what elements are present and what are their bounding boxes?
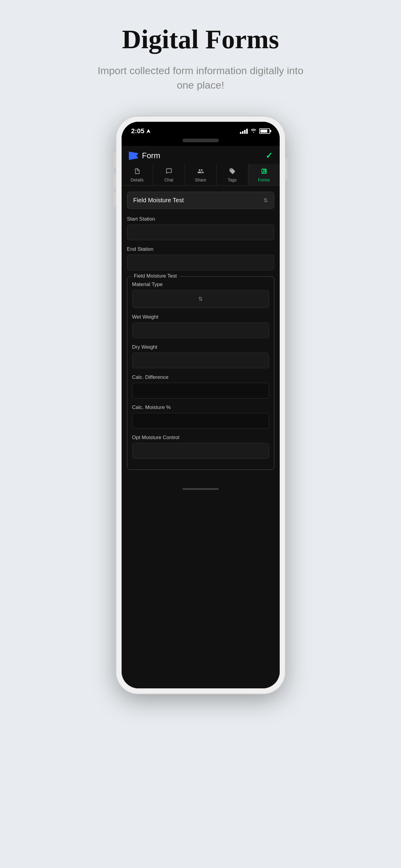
tab-details-label: Details (131, 178, 144, 182)
start-station-field: Start Station (127, 216, 274, 240)
calc-moisture-input[interactable] (132, 413, 269, 429)
opt-moisture-input[interactable] (132, 443, 269, 459)
tab-chat[interactable]: Chat (153, 164, 185, 185)
phone-mockup: 2:05 (116, 116, 285, 694)
form-content: Field Moisture Test ⇅ Start Station End … (122, 186, 280, 482)
signal-bar-4 (246, 129, 248, 134)
form-selector-text: Field Moisture Test (133, 197, 184, 204)
flag-icon (129, 152, 139, 160)
wifi-icon (250, 128, 257, 134)
calc-difference-field: Calc. Difference (132, 374, 269, 398)
tab-forms[interactable]: Forms (248, 164, 280, 185)
nav-tabs: Details Chat Share (122, 164, 280, 186)
selector-arrows-icon: ⇅ (263, 197, 268, 204)
opt-moisture-label: Opt Moisture Control (132, 435, 269, 441)
signal-bar-2 (242, 131, 244, 134)
wet-weight-label: Wet Weight (132, 314, 269, 320)
details-icon (134, 168, 141, 176)
field-moisture-fieldset: Field Moisture Test Material Type ⇅ Wet … (127, 276, 274, 470)
chat-icon (166, 168, 172, 176)
status-icons (240, 128, 270, 134)
end-station-input[interactable] (127, 255, 274, 270)
material-type-arrows: ⇅ (198, 296, 203, 302)
battery-icon (259, 128, 270, 134)
app-content: Form ✓ Details (122, 146, 280, 688)
tab-tags[interactable]: Tags (217, 164, 248, 185)
end-station-field: End Station (127, 246, 274, 270)
opt-moisture-field: Opt Moisture Control (132, 435, 269, 459)
chevron-down-icon[interactable]: ✓ (265, 151, 273, 161)
notch-area (122, 138, 280, 146)
home-bar (182, 488, 219, 490)
dry-weight-field: Dry Weight (132, 344, 269, 368)
calc-moisture-field: Calc. Moisture % (132, 404, 269, 429)
wifi-svg (250, 128, 257, 133)
location-icon (146, 129, 150, 133)
page-title: Digital Forms (122, 24, 279, 55)
forms-icon (261, 168, 267, 176)
start-station-input[interactable] (127, 224, 274, 240)
signal-bar-1 (240, 132, 241, 134)
end-station-label: End Station (127, 246, 274, 252)
tab-share-label: Share (195, 178, 206, 182)
fieldset-legend: Field Moisture Test (132, 273, 179, 279)
signal-bar-3 (244, 130, 246, 134)
dry-weight-label: Dry Weight (132, 344, 269, 350)
form-selector[interactable]: Field Moisture Test ⇅ (127, 192, 274, 209)
notch-pill (182, 138, 219, 142)
app-header-title: Form (142, 151, 161, 160)
material-type-select[interactable]: ⇅ (132, 290, 269, 308)
tab-share[interactable]: Share (185, 164, 217, 185)
status-time: 2:05 (131, 127, 150, 135)
tags-icon (229, 168, 236, 176)
phone-frame: 2:05 (116, 116, 285, 694)
home-indicator (122, 482, 280, 495)
calc-difference-label: Calc. Difference (132, 374, 269, 380)
status-bar: 2:05 (122, 122, 280, 138)
share-icon (197, 168, 204, 176)
dry-weight-input[interactable] (132, 352, 269, 368)
wet-weight-field: Wet Weight (132, 314, 269, 338)
app-header-left: Form (129, 151, 161, 160)
phone-screen: 2:05 (122, 122, 280, 688)
material-type-field: Material Type ⇅ (132, 281, 269, 308)
app-header: Form ✓ (122, 146, 280, 164)
material-type-label: Material Type (132, 281, 269, 287)
tab-chat-label: Chat (165, 178, 173, 182)
calc-moisture-label: Calc. Moisture % (132, 404, 269, 410)
svg-marker-0 (146, 129, 150, 133)
tab-forms-label: Forms (258, 178, 270, 182)
wet-weight-input[interactable] (132, 322, 269, 338)
start-station-label: Start Station (127, 216, 274, 222)
page-subtitle: Import collected form information digita… (95, 64, 306, 92)
calc-difference-input[interactable] (132, 383, 269, 398)
battery-fill (260, 130, 268, 133)
signal-bars (240, 129, 248, 134)
tab-tags-label: Tags (228, 178, 237, 182)
tab-details[interactable]: Details (122, 164, 153, 185)
